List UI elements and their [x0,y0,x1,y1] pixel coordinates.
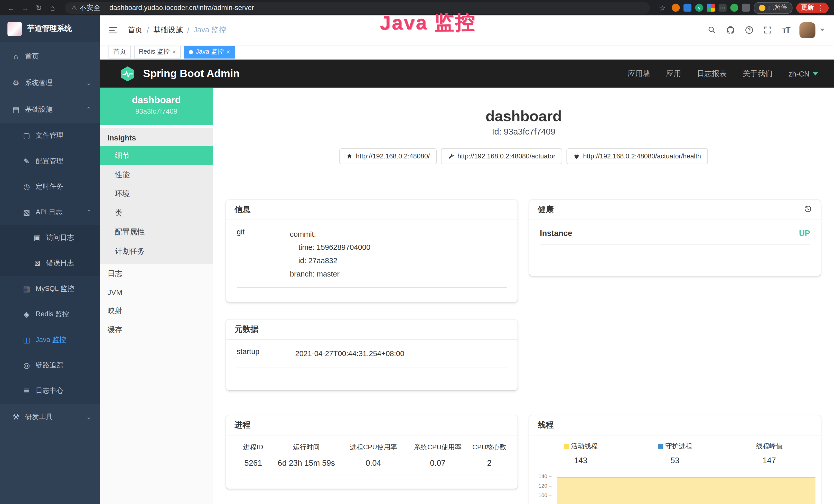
sba-sidebar: dashboard 93a3fc7f7409 Insights 细节 性能 环境… [100,88,213,504]
address-bar[interactable]: ⚠ 不安全 dashboard.yudao.iocoder.cn/infra/a… [65,2,650,14]
instance-header[interactable]: dashboard 93a3fc7f7409 [100,88,213,125]
active-dot-icon [189,50,193,54]
process-table: 进程ID 运行时间 进程CPU使用率 系统CPU使用率 CPU核心数 5261 … [226,435,518,474]
tab-redis-monitor[interactable]: Redis 监控 × [134,45,181,58]
screen: ← → ↻ ⌂ ⚠ 不安全 dashboard.yudao.iocoder.cn… [0,0,834,504]
sba-item-classes[interactable]: 类 [100,204,213,223]
sba-nav-wall[interactable]: 应用墙 [628,69,650,78]
sidebar-item-file-mgmt[interactable]: ▢ 文件管理 [0,123,100,148]
chevron-down-icon[interactable] [820,29,825,31]
user-avatar[interactable] [799,22,815,38]
sba-item-caches[interactable]: 缓存 [100,321,213,340]
header-tools: тT [706,22,825,38]
vue-devtools-extension-icon[interactable]: v [695,4,703,12]
chevron-down-icon: ⌄ [86,413,94,420]
sba-item-scheduled-tasks[interactable]: 计划任务 [100,242,213,261]
sba-item-jvm[interactable]: JVM [100,283,213,301]
breadcrumb-separator: / [147,26,149,34]
history-icon[interactable] [804,205,812,215]
logo-image [7,22,22,36]
legend-live-threads[interactable]: 活动线程 143 [533,442,628,465]
sba-nav-journal[interactable]: 日志报表 [697,69,727,78]
sba-item-performance[interactable]: 性能 [100,165,213,185]
browser-update-button[interactable]: 更新 ⋮ [796,2,829,13]
browser-forward-icon[interactable]: → [19,2,31,13]
browser-extension-icon[interactable]: on [719,4,727,12]
startup-key: startup [237,347,295,361]
browser-extension-icon[interactable] [730,4,738,12]
sidebar-item-log-center[interactable]: ≣ 日志中心 [0,378,100,403]
sba-nav-about[interactable]: 关于我们 [743,69,773,78]
hamburger-icon[interactable] [107,24,119,36]
sidebar-item-tracing[interactable]: ◎ 链路追踪 [0,352,100,378]
sba-content: dashboard Id: 93a3fc7f7409 http://192.16… [213,88,834,504]
spring-boot-admin-logo-icon [119,65,136,82]
chevron-up-icon: ⌃ [86,106,94,113]
sidebar-item-config-mgmt[interactable]: ✎ 配置管理 [0,148,100,174]
divider [235,474,509,474]
sidebar-item-scheduled-jobs[interactable]: ◷ 定时任务 [0,174,100,199]
sidebar-item-java-monitor[interactable]: ◫ Java 监控 [0,327,100,352]
sidebar-item-system[interactable]: ⚙ 系统管理 ⌄ [0,70,100,96]
close-icon[interactable]: × [226,48,231,55]
log-center-icon: ≣ [22,386,31,395]
browser-reload-icon[interactable]: ↻ [33,2,45,13]
browser-extension-icon[interactable] [683,4,692,12]
sba-nav-applications[interactable]: 应用 [666,69,681,78]
health-url-button[interactable]: http://192.168.0.2:48080/actuator/health [567,148,708,164]
sba-item-logs[interactable]: 日志 [100,264,213,283]
bookmark-star-icon[interactable]: ☆ [656,2,668,13]
tab-java-monitor[interactable]: Java 监控 × [184,45,235,58]
tag-tabs-bar: 首页 Redis 监控 × Java 监控 × [100,45,834,60]
fullscreen-icon[interactable] [762,25,773,35]
page-title: dashboard [213,108,834,125]
sidebar-item-dev-tools[interactable]: ⚒ 研发工具 ⌄ [0,404,100,430]
sidebar-item-redis-monitor[interactable]: ◈ Redis 监控 [0,301,100,327]
security-chip[interactable]: ⚠ 不安全 [71,3,100,12]
sidebar-item-mysql-monitor[interactable]: ▦ MySQL 监控 [0,276,100,301]
puzzle-extension-icon[interactable] [742,4,750,12]
legend-blue-swatch [658,444,663,449]
help-icon[interactable] [744,25,754,35]
close-icon[interactable]: × [172,48,176,55]
tab-home[interactable]: 首页 [108,45,131,58]
search-icon[interactable] [706,25,717,35]
sidebar-item-api-log[interactable]: ▧ API 日志 ⌃ [0,200,100,225]
sidebar-item-infra[interactable]: ▤ 基础设施 ⌃ [0,96,100,123]
browser-menu-icon[interactable]: ⋮ [817,4,824,12]
service-url-button[interactable]: http://192.168.0.2:48080/ [339,148,437,164]
browser-chrome: ← → ↻ ⌂ ⚠ 不安全 dashboard.yudao.iocoder.cn… [0,0,834,16]
breadcrumb: 首页 / 基础设施 / Java 监控 [128,25,226,35]
sidebar-item-error-log[interactable]: ⊠ 错误日志 [0,250,100,276]
browser-back-icon[interactable]: ← [5,2,17,13]
locale-select[interactable]: zh-CN [789,69,818,78]
browser-home-icon[interactable]: ⌂ [47,2,59,13]
sba-item-config-props[interactable]: 配置属性 [100,223,213,242]
health-card: 健康 Instance UP [529,200,821,276]
browser-extension-icon[interactable] [707,4,715,12]
legend-daemon-threads[interactable]: 守护进程 53 [628,442,722,465]
browser-extension-icon[interactable] [672,4,680,12]
sidebar-menu: ⌂ 首页 ⚙ 系统管理 ⌄ ▤ 基础设施 ⌃ ▢ 文件管理 [0,42,100,430]
smiley-icon [759,5,765,11]
breadcrumb-section[interactable]: 基础设施 [153,25,183,35]
sidebar-item-access-log[interactable]: ▣ 访问日志 [0,225,100,250]
metadata-card: 元数据 startup 2021-04-27T00:44:31.254+08:0… [226,320,518,390]
timer-icon: ◷ [22,182,31,191]
app-logo[interactable]: 芋道管理系统 [0,16,100,42]
paused-badge[interactable]: 已暂停 [753,2,792,14]
heartbeat-icon [574,153,580,159]
sidebar-item-home[interactable]: ⌂ 首页 [0,43,100,70]
sba-item-mappings[interactable]: 映射 [100,301,213,321]
threads-chart: 140 120 100 [529,473,821,504]
sba-item-details[interactable]: 细节 [100,146,213,165]
wrench-icon [448,153,454,159]
actuator-url-button[interactable]: http://192.168.0.2:48080/actuator [441,148,563,164]
sba-item-environment[interactable]: 环境 [100,185,213,204]
font-size-icon[interactable]: тT [781,25,791,35]
url-text[interactable]: dashboard.yudao.iocoder.cn/infra/admin-s… [109,4,254,12]
startup-value: 2021-04-27T00:44:31.254+08:00 [295,347,507,361]
breadcrumb-home[interactable]: 首页 [128,25,142,35]
github-icon[interactable] [725,25,736,35]
process-card-title: 进程 [226,415,518,435]
